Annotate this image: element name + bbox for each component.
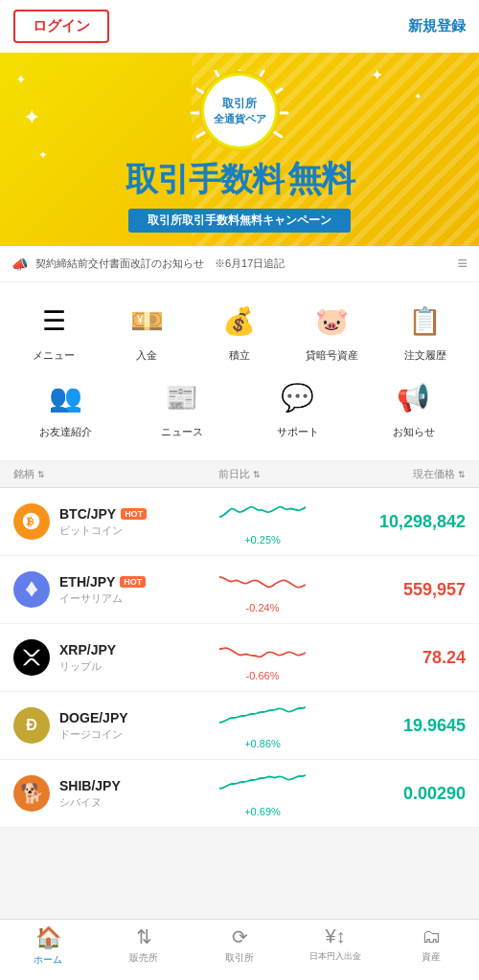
support-icon: 💬 xyxy=(275,374,321,420)
col-header-change: 前日比 ⇅ xyxy=(164,467,314,481)
quick-row-1: ☰ メニュー 💴 入金 💰 積立 🐷 貸暗号資産 📋 注文履歴 xyxy=(8,298,471,363)
SHIB/JPY-info: SHIB/JPY シバイヌ xyxy=(59,778,194,810)
register-button[interactable]: 新規登録 xyxy=(408,17,466,35)
BTC/JPY-price: 10,298,842 xyxy=(331,512,466,532)
megaphone-icon: 📣 xyxy=(11,256,28,272)
hot-badge: HOT xyxy=(121,508,147,520)
nav-assets-label: 資産 xyxy=(422,950,441,964)
coin-row-eth-jpy[interactable]: ETH/JPY HOT イーサリアム -0.24% 559,957 xyxy=(0,556,479,624)
sparkle-icon-2: ✦ xyxy=(23,105,40,130)
referral-label: お友達紹介 xyxy=(39,425,92,439)
deposit-icon: 💴 xyxy=(124,298,170,344)
login-button[interactable]: ログイン xyxy=(13,10,109,43)
shib-jpy-icon: 🐕 xyxy=(13,775,50,812)
accumulate-icon: 💰 xyxy=(217,298,262,344)
ETH/JPY-info: ETH/JPY HOT イーサリアム xyxy=(59,574,194,606)
nav-jpy[interactable]: ¥↕ 日本円入出金 xyxy=(287,925,383,967)
svg-line-8 xyxy=(197,132,205,137)
coin-row-xrp-jpy[interactable]: XRP/JPY リップル -0.66% 78.24 xyxy=(0,624,479,692)
sell-icon: ⇅ xyxy=(136,925,152,948)
nav-assets[interactable]: 🗂 資産 xyxy=(383,925,479,967)
BTC/JPY-pair: BTC/JPY HOT xyxy=(59,506,194,522)
quick-icon-deposit[interactable]: 💴 入金 xyxy=(114,298,179,363)
sparkle-icon-5: ✦ xyxy=(414,91,422,101)
btc-jpy-icon xyxy=(13,503,50,540)
nav-exchange-label: 取引所 xyxy=(225,951,254,965)
quick-icon-accumulate[interactable]: 💰 積立 xyxy=(207,298,272,363)
DOGE/JPY-chart: +0.86% xyxy=(194,702,330,749)
BTC/JPY-change: +0.25% xyxy=(244,534,281,546)
XRP/JPY-chart: -0.66% xyxy=(194,634,330,681)
notice-icon: 📢 xyxy=(391,374,437,420)
quick-icon-lend[interactable]: 🐷 貸暗号資産 xyxy=(300,298,365,363)
hot-badge: HOT xyxy=(120,576,146,588)
lend-icon: 🐷 xyxy=(309,298,355,344)
quick-icon-support[interactable]: 💬 サポート xyxy=(265,374,331,439)
home-icon: 🏠 xyxy=(35,925,61,950)
DOGE/JPY-change: +0.86% xyxy=(244,738,281,749)
coin-row-doge-jpy[interactable]: Ð DOGE/JPY ドージコイン +0.86% 19.9645 xyxy=(0,692,479,760)
bottom-nav: 🏠 ホーム ⇅ 販売所 ⟳ 取引所 ¥↕ 日本円入出金 🗂 資産 xyxy=(0,919,479,980)
notice-text: 契約締結前交付書面改訂のお知らせ ※6月17日追記 xyxy=(35,256,285,271)
ETH/JPY-chart: -0.24% xyxy=(194,566,330,613)
ETH/JPY-pair: ETH/JPY HOT xyxy=(59,574,194,590)
coin-row-shib-jpy[interactable]: 🐕 SHIB/JPY シバイヌ +0.69% 0.00290 xyxy=(0,760,479,828)
quick-icon-notice[interactable]: 📢 お知らせ xyxy=(381,374,446,439)
nav-home[interactable]: 🏠 ホーム xyxy=(0,925,96,967)
coin-row-btc-jpy[interactable]: BTC/JPY HOT ビットコイン +0.25% 10,298,842 xyxy=(0,488,479,556)
BTC/JPY-chart: +0.25% xyxy=(194,498,330,546)
banner-sub-text: 取引所取引手数料無料キャンペーン xyxy=(128,209,351,233)
ETH/JPY-change: -0.24% xyxy=(246,602,280,613)
nav-exchange[interactable]: ⟳ 取引所 xyxy=(192,925,287,967)
SHIB/JPY-change: +0.69% xyxy=(244,806,281,817)
quick-icon-orders[interactable]: 📋 注文履歴 xyxy=(393,298,458,363)
notice-bar: 📣 契約締結前交付書面改訂のお知らせ ※6月17日追記 ≡ xyxy=(0,246,479,282)
DOGE/JPY-info: DOGE/JPY ドージコイン xyxy=(59,710,194,742)
SHIB/JPY-chart: +0.69% xyxy=(194,769,330,817)
menu-label: メニュー xyxy=(33,348,75,363)
XRP/JPY-info: XRP/JPY リップル xyxy=(59,642,194,674)
XRP/JPY-name: リップル xyxy=(59,659,194,674)
accumulate-label: 積立 xyxy=(229,348,250,363)
sparkline-ETH/JPY xyxy=(219,566,306,600)
quick-icon-menu[interactable]: ☰ メニュー xyxy=(21,298,86,363)
doge-jpy-icon: Ð xyxy=(13,707,50,744)
sort-arrow-price[interactable]: ⇅ xyxy=(458,470,466,479)
exchange-icon: ⟳ xyxy=(232,925,248,948)
col-header-name: 銘柄 ⇅ xyxy=(13,467,164,481)
sparkle-icon: ✦ xyxy=(15,72,27,87)
sparkline-SHIB/JPY xyxy=(219,769,306,804)
notice-label: お知らせ xyxy=(393,425,435,439)
BTC/JPY-name: ビットコイン xyxy=(59,523,194,538)
lend-label: 貸暗号資産 xyxy=(306,348,358,363)
SHIB/JPY-pair: SHIB/JPY xyxy=(59,778,194,793)
sparkle-icon-4: ✦ xyxy=(371,66,383,84)
nav-home-label: ホーム xyxy=(34,953,62,967)
coin-list: BTC/JPY HOT ビットコイン +0.25% 10,298,842 ETH… xyxy=(0,488,479,828)
SHIB/JPY-name: シバイヌ xyxy=(59,795,194,810)
banner: ✦ ✦ ✦ ✦ ✦ 取引所 xyxy=(0,53,479,246)
support-label: サポート xyxy=(277,425,319,439)
quick-icon-referral[interactable]: 👥 お友達紹介 xyxy=(34,374,99,439)
nav-jpy-label: 日本円入出金 xyxy=(309,950,361,963)
svg-line-4 xyxy=(274,132,282,137)
DOGE/JPY-price: 19.9645 xyxy=(331,716,466,736)
referral-icon: 👥 xyxy=(43,374,89,420)
banner-circle: 取引所 全通貨ペア xyxy=(201,73,278,149)
DOGE/JPY-name: ドージコイン xyxy=(59,727,194,742)
XRP/JPY-change: -0.66% xyxy=(246,670,280,681)
quick-icon-news[interactable]: 📰 ニュース xyxy=(149,374,215,439)
xrp-jpy-icon xyxy=(13,639,50,676)
sort-arrow-name[interactable]: ⇅ xyxy=(37,470,45,479)
news-label: ニュース xyxy=(161,425,203,439)
menu-icon[interactable]: ≡ xyxy=(457,254,468,274)
menu-icon: ☰ xyxy=(31,298,77,344)
sparkle-icon-3: ✦ xyxy=(38,148,48,162)
ETH/JPY-name: イーサリアム xyxy=(59,591,194,606)
sort-arrow-change[interactable]: ⇅ xyxy=(253,470,261,479)
orders-label: 注文履歴 xyxy=(404,348,446,363)
nav-sell-label: 販売所 xyxy=(129,951,158,965)
orders-icon: 📋 xyxy=(402,298,448,344)
ETH/JPY-price: 559,957 xyxy=(331,580,466,600)
nav-sell[interactable]: ⇅ 販売所 xyxy=(96,925,192,967)
